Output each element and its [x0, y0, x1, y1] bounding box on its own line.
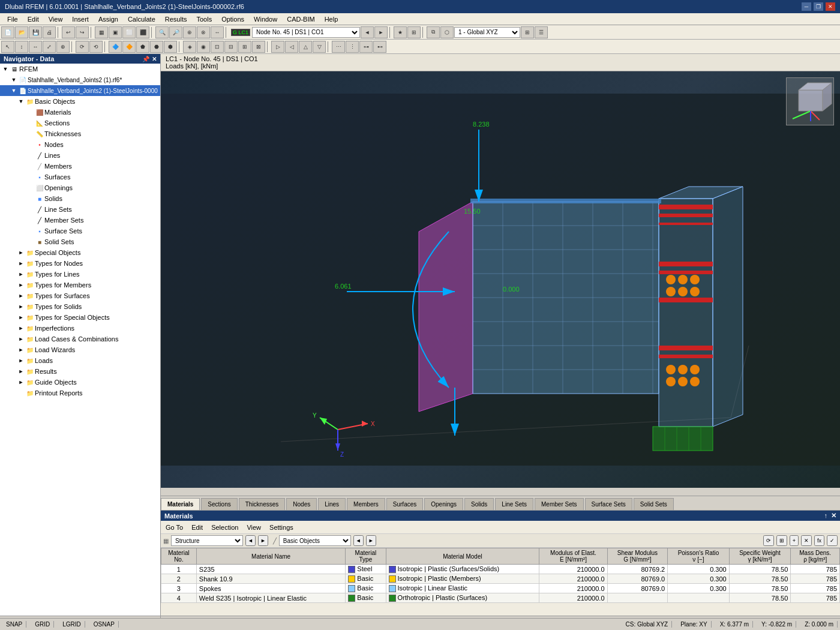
t2-23[interactable]: ⋯ [332, 41, 345, 53]
t2[interactable]: ▣ [109, 26, 122, 38]
menu-file[interactable]: File [2, 14, 23, 24]
tab-thicknesses[interactable]: Thicknesses [239, 498, 286, 510]
t2-9[interactable]: 🔶 [122, 41, 136, 53]
nav-ts-toggle[interactable]: ► [17, 293, 25, 299]
t2-15[interactable]: ⊡ [211, 41, 224, 53]
tab-members[interactable]: Members [347, 498, 385, 510]
nav-tn-toggle[interactable]: ► [17, 260, 25, 266]
coord-select[interactable]: 1 - Global XYZ [454, 27, 520, 38]
t1[interactable]: ▦ [95, 26, 108, 38]
t2-25[interactable]: ⊶ [359, 41, 373, 53]
menu-calculate[interactable]: Calculate [123, 14, 160, 24]
nav-file2[interactable]: ▼ 📄 Stahlhalle_Verband_Joints2 (1)-Steel… [0, 85, 160, 96]
table-row[interactable]: 1 S235 Steel Isotropic | Plastic (Surfac… [161, 565, 840, 574]
nav-nodes[interactable]: • Nodes [0, 139, 160, 150]
t2-16[interactable]: ⊟ [224, 41, 238, 53]
nav-pin-icon[interactable]: 📌 [142, 56, 149, 62]
nav-types-surfaces[interactable]: ► 📁 Types for Surfaces [0, 290, 160, 301]
refresh-btn[interactable]: ⟳ [763, 535, 774, 546]
objects-select[interactable]: Basic Objects [279, 535, 351, 546]
nav-results-toggle[interactable]: ► [17, 368, 25, 374]
menu-edit[interactable]: Edit [23, 14, 44, 24]
t4[interactable]: ⬛ [136, 26, 149, 38]
t2-14[interactable]: ◉ [197, 41, 210, 53]
t2-17[interactable]: ⊞ [238, 41, 251, 53]
nav-close-icon[interactable]: ✕ [152, 56, 157, 62]
nav-rfem[interactable]: ▼ 🖥 RFEM [0, 64, 160, 74]
t2-11[interactable]: ⬣ [150, 41, 163, 53]
t2-26[interactable]: ⊷ [373, 41, 386, 53]
t9[interactable]: ↔ [211, 26, 224, 38]
sort-btn[interactable]: ⊞ [776, 535, 787, 546]
menu-cad-bim[interactable]: CAD-BIM [282, 14, 319, 24]
nav-file1[interactable]: ▼ 📄 Stahlhalle_Verband_Joints2 (1).rf6* [0, 74, 160, 85]
prev-filter-btn[interactable]: ◄ [245, 535, 256, 546]
check-btn[interactable]: ✓ [827, 535, 838, 546]
minimize-button[interactable]: ─ [802, 2, 811, 11]
nav-special-toggle[interactable]: ► [17, 250, 25, 256]
t2-21[interactable]: △ [299, 41, 312, 53]
nav-solid-sets[interactable]: ■ Solid Sets [0, 236, 160, 247]
snap-status[interactable]: SNAP [2, 621, 26, 628]
menu-tools[interactable]: Tools [191, 14, 217, 24]
tab-lines[interactable]: Lines [318, 498, 346, 510]
nav-solids[interactable]: ■ Solids [0, 193, 160, 204]
tab-solids[interactable]: Solids [464, 498, 494, 510]
lc-select[interactable]: Node No. 45 | DS1 | CO1 [252, 27, 360, 38]
list-btn[interactable]: ☰ [535, 26, 548, 38]
r2[interactable]: ⊞ [407, 26, 421, 38]
nav-types-nodes[interactable]: ► 📁 Types for Nodes [0, 258, 160, 269]
nav-tso-toggle[interactable]: ► [17, 304, 25, 310]
tab-line-sets[interactable]: Line Sets [495, 498, 533, 510]
table-row[interactable]: 2 Shank 10.9 Basic Isotropic | Plastic (… [161, 574, 840, 584]
nav-materials[interactable]: 🟫 Materials [0, 107, 160, 118]
nav-guide-objects[interactable]: ► 📁 Guide Objects [0, 377, 160, 388]
nav-types-solids[interactable]: ► 📁 Types for Solids [0, 301, 160, 312]
tab-surface-sets[interactable]: Surface Sets [585, 498, 632, 510]
nav-file2-toggle[interactable]: ▼ [10, 88, 18, 94]
next-objects-btn[interactable]: ► [366, 535, 376, 546]
nav-line-sets[interactable]: ╱ Line Sets [0, 204, 160, 215]
settings-btn[interactable]: Settings [267, 524, 296, 531]
menu-assign[interactable]: Assign [94, 14, 123, 24]
t2-18[interactable]: ⊠ [252, 41, 265, 53]
t2-7[interactable]: ⟲ [89, 41, 103, 53]
redo-btn[interactable]: ↪ [76, 26, 89, 38]
menu-results[interactable]: Results [160, 14, 192, 24]
t2-1[interactable]: ↖ [1, 41, 14, 53]
prev-objects-btn[interactable]: ◄ [353, 535, 364, 546]
t2-4[interactable]: ⤢ [43, 41, 56, 53]
nav-basic-objects[interactable]: ▼ 📁 Basic Objects [0, 96, 160, 107]
prev-btn[interactable]: ◄ [361, 26, 374, 38]
nav-file1-toggle[interactable]: ▼ [10, 77, 18, 83]
nav-types-members[interactable]: ► 📁 Types for Members [0, 280, 160, 290]
t2-20[interactable]: ◁ [285, 41, 298, 53]
t2-19[interactable]: ▷ [271, 41, 284, 53]
save-btn[interactable]: 💾 [29, 26, 42, 38]
nav-special-objects[interactable]: ► 📁 Special Objects [0, 247, 160, 258]
t2-5[interactable]: ⊕ [56, 41, 70, 53]
nav-sections[interactable]: 📐 Sections [0, 118, 160, 128]
nav-surface-sets[interactable]: ▪ Surface Sets [0, 226, 160, 236]
selection-btn[interactable]: Selection [209, 524, 241, 531]
menu-insert[interactable]: Insert [67, 14, 94, 24]
t2-12[interactable]: ⬢ [164, 41, 177, 53]
menu-view[interactable]: View [44, 14, 68, 24]
nav-types-lines[interactable]: ► 📁 Types for Lines [0, 269, 160, 280]
next-btn[interactable]: ► [374, 26, 388, 38]
nav-types-special[interactable]: ► 📁 Types for Special Objects [0, 312, 160, 323]
nav-load-cases[interactable]: ► 📁 Load Cases & Combinations [0, 334, 160, 344]
panel-close-icon[interactable]: ✕ [831, 512, 836, 520]
t2-13[interactable]: ◈ [183, 41, 196, 53]
t2-2[interactable]: ↕ [15, 41, 28, 53]
panel-expand-icon[interactable]: ↑ [824, 512, 828, 520]
next-filter-btn[interactable]: ► [258, 535, 268, 546]
tab-surfaces[interactable]: Surfaces [386, 498, 423, 510]
nav-lc-toggle[interactable]: ► [17, 336, 25, 342]
nav-tsp-toggle[interactable]: ► [17, 314, 25, 320]
nav-imperfections[interactable]: ► 📁 Imperfections [0, 323, 160, 334]
open-btn[interactable]: 📂 [15, 26, 28, 38]
edit-btn[interactable]: Edit [189, 524, 205, 531]
tab-nodes[interactable]: Nodes [286, 498, 317, 510]
nav-loads-toggle[interactable]: ► [17, 358, 25, 364]
